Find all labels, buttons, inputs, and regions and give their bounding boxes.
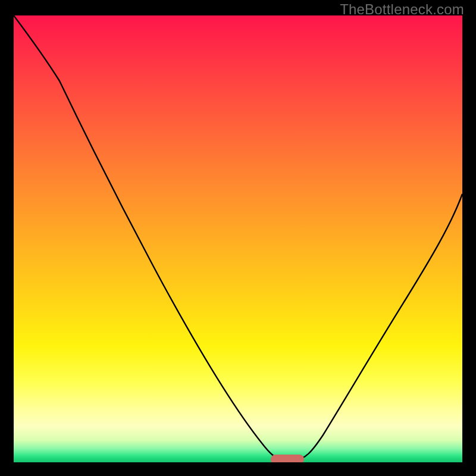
optimal-range-marker: [271, 455, 304, 462]
chart-frame: TheBottleneck.com: [0, 0, 476, 476]
chart-svg: [14, 15, 462, 462]
plot-area: [14, 15, 462, 462]
bottleneck-curve-line: [14, 15, 462, 459]
